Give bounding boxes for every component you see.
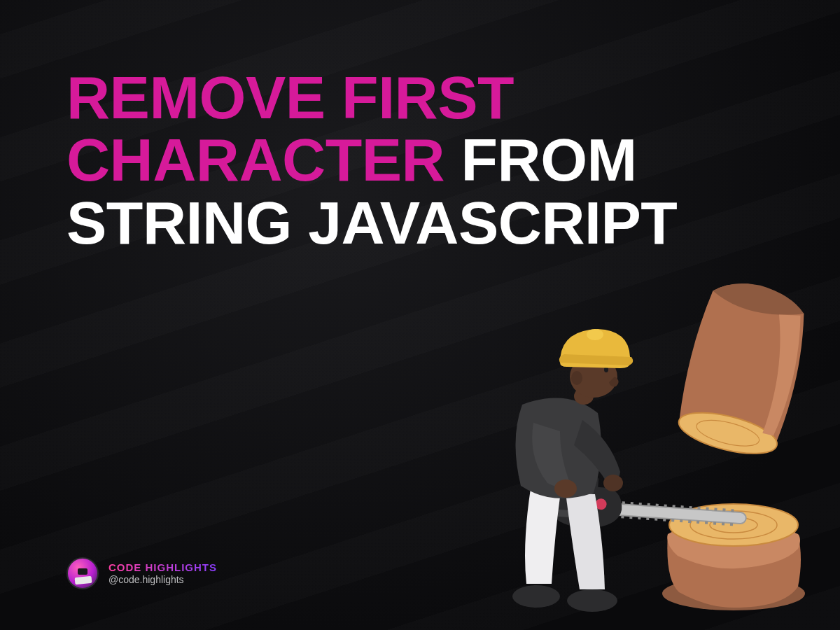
svg-rect-16 [672, 505, 675, 507]
brand-handle: @code.highlights [108, 574, 217, 585]
svg-rect-31 [680, 519, 682, 522]
svg-rect-37 [730, 523, 733, 526]
svg-rect-36 [722, 522, 724, 525]
svg-rect-26 [638, 517, 640, 519]
svg-point-43 [554, 479, 577, 498]
attribution: CODE HIGHLIGHTS @code.highlights [66, 557, 217, 589]
svg-rect-25 [629, 516, 632, 519]
svg-point-41 [512, 585, 560, 608]
svg-rect-30 [671, 519, 674, 522]
svg-rect-28 [654, 518, 657, 521]
svg-rect-20 [706, 507, 708, 510]
svg-rect-24 [621, 515, 624, 518]
svg-point-44 [603, 475, 623, 491]
attribution-text: CODE HIGHLIGHTS @code.highlights [108, 561, 217, 584]
svg-rect-18 [689, 506, 692, 509]
svg-rect-23 [731, 509, 734, 512]
svg-rect-11 [631, 502, 634, 505]
brand-avatar-icon [66, 557, 99, 589]
svg-rect-32 [688, 520, 691, 523]
svg-rect-13 [648, 503, 650, 506]
svg-rect-27 [646, 517, 649, 520]
svg-point-42 [567, 589, 617, 612]
brand-name: CODE HIGHLIGHTS [108, 561, 217, 573]
svg-rect-17 [680, 505, 683, 508]
svg-rect-10 [622, 501, 625, 504]
svg-rect-35 [713, 522, 716, 524]
svg-rect-19 [697, 507, 700, 510]
svg-rect-33 [696, 521, 699, 524]
svg-rect-15 [664, 504, 667, 507]
svg-rect-29 [663, 518, 666, 521]
svg-point-47 [571, 371, 582, 385]
svg-rect-14 [656, 504, 659, 507]
svg-rect-22 [722, 508, 725, 511]
svg-rect-34 [705, 522, 708, 524]
svg-point-49 [587, 329, 603, 340]
hero-title: REMOVE FIRST CHARACTER FROM STRING JAVAS… [66, 66, 774, 254]
worker-sawing-log-icon [455, 279, 819, 615]
svg-rect-12 [639, 503, 642, 505]
svg-rect-21 [714, 507, 717, 510]
